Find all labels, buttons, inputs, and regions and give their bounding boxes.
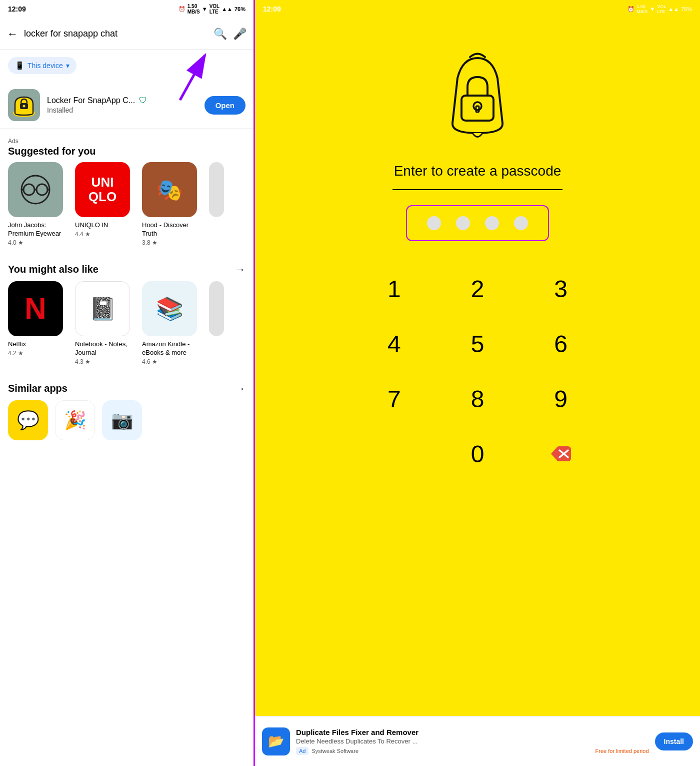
app-card-rating-notebook: 4.3 ★ <box>75 358 90 365</box>
verified-icon: 🛡 <box>139 96 147 105</box>
similar-arrow[interactable]: → <box>234 382 246 395</box>
right-panel: 12:09 ⏰ 1.50MB/S ▼ VOLLTE ▲▲ 76% E <box>255 0 700 766</box>
ad-source: Systweak Software <box>312 748 358 754</box>
data-speed-icon: 1.50MB/S <box>188 4 200 15</box>
lock-icon <box>432 48 522 148</box>
app-card-hood[interactable]: 🎭 Hood - Discover Truth 3.8 ★ <box>142 162 202 246</box>
numpad-backspace-key[interactable] <box>519 426 602 481</box>
right-status-icons: ⏰ 1.50MB/S ▼ VOLLTE ▲▲ 76% <box>628 4 692 14</box>
app-thumb-john-jacobs <box>8 162 63 217</box>
similar-app-fun[interactable]: 🎉 <box>55 400 95 440</box>
right-status-time: 12:09 <box>263 5 281 13</box>
battery-icon: 76% <box>234 6 246 12</box>
numpad-key-0[interactable]: 0 <box>436 426 520 481</box>
similar-section-header: Similar apps → <box>0 373 254 400</box>
app-card-rating-uniqlo: 4.4 ★ <box>75 231 90 238</box>
mic-icon[interactable]: 🎤 <box>233 28 246 41</box>
numpad-key-2[interactable]: 2 <box>436 261 520 316</box>
wifi-icon: ▼ <box>202 6 208 12</box>
you-might-apps-list: N Netflix 4.2 ★ 📓 Notebook - Notes, Jour… <box>0 281 254 373</box>
right-signal-icon: ▲▲ <box>668 6 679 12</box>
similar-app-qr[interactable]: 📷 <box>102 400 142 440</box>
chevron-down-icon: ▾ <box>66 62 70 70</box>
dots-container <box>255 205 700 241</box>
uniqlo-text: UNIQLO <box>88 175 116 204</box>
app-card-uniqlo[interactable]: UNIQLO UNIQLO IN 4.4 ★ <box>75 162 135 246</box>
you-might-arrow[interactable]: → <box>234 263 246 276</box>
app-icon-locker <box>8 89 40 121</box>
app-card-kindle[interactable]: 📚 Amazon Kindle - eBooks & more 4.6 ★ <box>142 281 202 365</box>
suggested-section-header: Ads Suggested for you <box>0 129 254 162</box>
app-card-rating-netflix: 4.2 ★ <box>8 350 24 357</box>
app-card-rating-kindle: 4.6 ★ <box>142 358 158 365</box>
numpad-key-9[interactable]: 9 <box>519 371 602 426</box>
passcode-underline <box>392 189 562 190</box>
back-button[interactable]: ← <box>7 28 18 41</box>
app-card-notebook[interactable]: 📓 Notebook - Notes, Journal 4.3 ★ <box>75 281 135 365</box>
numpad-key-8[interactable]: 8 <box>436 371 520 426</box>
filter-chip[interactable]: 📱 This device ▾ <box>8 57 76 74</box>
app-card-john-jacobs[interactable]: John Jacobs:Premium Eyewear 4.0 ★ <box>8 162 68 246</box>
search-input[interactable] <box>24 29 208 39</box>
app-card-name-kindle: Amazon Kindle - eBooks & more <box>142 340 202 357</box>
open-button[interactable]: Open <box>204 96 246 115</box>
signal-icon: ▲▲ <box>222 6 232 12</box>
svg-point-6 <box>36 184 48 195</box>
suggested-apps-list: John Jacobs:Premium Eyewear 4.0 ★ UNIQLO… <box>0 162 254 254</box>
app-name-row: Locker For SnapApp C... 🛡 <box>47 96 198 105</box>
truncated-thumb <box>209 162 224 217</box>
right-data-icon: 1.50MB/S <box>636 4 648 14</box>
volte-icon: VOLLTE <box>210 4 220 15</box>
app-name: Locker For SnapApp C... <box>47 96 135 105</box>
app-card-name-hood: Hood - Discover Truth <box>142 221 202 238</box>
similar-app-chat[interactable]: 💬 <box>8 400 48 440</box>
left-panel: 12:09 ⏰ 1.50MB/S ▼ VOLLTE ▲▲ 76% ← 🔍 🎤 📱… <box>0 0 255 766</box>
left-status-bar: 12:09 ⏰ 1.50MB/S ▼ VOLLTE ▲▲ 76% <box>0 0 254 18</box>
app-card-truncated <box>209 162 224 246</box>
netflix-n: N <box>24 291 46 326</box>
left-status-time: 12:09 <box>8 5 26 13</box>
numpad: 1 2 3 4 5 6 7 8 9 0 <box>352 261 602 481</box>
numpad-key-4[interactable]: 4 <box>352 316 436 371</box>
numpad-key-6[interactable]: 6 <box>519 316 602 371</box>
app-card-rating-hood: 3.8 ★ <box>142 239 158 246</box>
search-icon[interactable]: 🔍 <box>214 28 227 41</box>
you-might-section-header: You might also like → <box>0 254 254 281</box>
ad-banner: 📂 Duplicate Files Fixer and Remover Dele… <box>255 716 700 766</box>
ad-desc: Delete Needless Duplicates To Recover ..… <box>296 737 649 745</box>
app-thumb-uniqlo: UNIQLO <box>75 162 130 217</box>
svg-marker-14 <box>551 448 556 459</box>
svg-point-2 <box>23 105 26 108</box>
install-button[interactable]: Install <box>655 732 693 750</box>
app-thumb-notebook: 📓 <box>75 281 130 336</box>
similar-apps-list: 💬 🎉 📷 <box>0 400 254 448</box>
app-card-truncated2 <box>209 281 224 365</box>
app-thumb-kindle: 📚 <box>142 281 197 336</box>
numpad-key-1[interactable]: 1 <box>352 261 436 316</box>
device-icon: 📱 <box>15 61 24 70</box>
ad-app-name: Duplicate Files Fixer and Remover <box>296 728 649 736</box>
dot-3 <box>485 216 499 230</box>
filter-chip-label: This device <box>28 62 63 70</box>
app-card-netflix[interactable]: N Netflix 4.2 ★ <box>8 281 68 365</box>
alarm-icon: ⏰ <box>178 6 186 13</box>
app-card-name-john-jacobs: John Jacobs:Premium Eyewear <box>8 221 61 238</box>
ads-label: Ads <box>8 138 246 145</box>
dots-box <box>406 205 549 241</box>
app-thumb-netflix: N <box>8 281 63 336</box>
passcode-prompt: Enter to create a passcode <box>255 163 700 179</box>
dot-2 <box>456 216 470 230</box>
left-status-icons: ⏰ 1.50MB/S ▼ VOLLTE ▲▲ 76% <box>178 4 246 15</box>
right-wifi-icon: ▼ <box>650 6 655 12</box>
ad-app-icon: 📂 <box>262 727 290 755</box>
truncated-thumb2 <box>209 281 224 336</box>
app-card-name-notebook: Notebook - Notes, Journal <box>75 340 135 357</box>
app-card-name-uniqlo: UNIQLO IN <box>75 221 108 230</box>
app-thumb-hood: 🎭 <box>142 162 197 217</box>
numpad-key-5[interactable]: 5 <box>436 316 520 371</box>
app-card-name-netflix: Netflix <box>8 340 26 349</box>
lock-container <box>255 48 700 148</box>
app-result-row: Locker For SnapApp C... 🛡 Installed Open <box>0 82 254 129</box>
numpad-key-7[interactable]: 7 <box>352 371 436 426</box>
numpad-key-3[interactable]: 3 <box>519 261 602 316</box>
